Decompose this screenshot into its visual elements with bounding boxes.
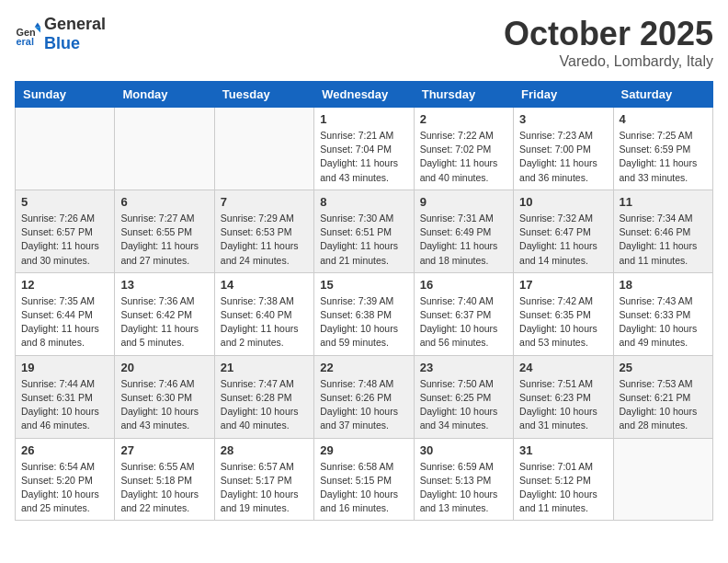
page-header: Gen eral General Blue October 2025 Vared…	[15, 15, 713, 70]
calendar-cell: 6Sunrise: 7:27 AM Sunset: 6:55 PM Daylig…	[115, 190, 214, 272]
weekday-header-tuesday: Tuesday	[214, 82, 313, 108]
calendar-cell: 31Sunrise: 7:01 AM Sunset: 5:12 PM Dayli…	[514, 438, 613, 521]
day-info: Sunrise: 6:57 AM Sunset: 5:17 PM Dayligh…	[221, 460, 308, 516]
weekday-header-row: SundayMondayTuesdayWednesdayThursdayFrid…	[16, 82, 713, 108]
day-info: Sunrise: 7:44 AM Sunset: 6:31 PM Dayligh…	[21, 377, 108, 433]
day-info: Sunrise: 6:54 AM Sunset: 5:20 PM Dayligh…	[21, 460, 108, 516]
day-number: 8	[320, 195, 407, 209]
day-number: 24	[519, 361, 607, 374]
day-number: 2	[420, 112, 507, 126]
day-number: 12	[21, 278, 108, 292]
day-number: 14	[221, 278, 308, 292]
calendar-cell: 2Sunrise: 7:22 AM Sunset: 7:02 PM Daylig…	[414, 108, 513, 190]
logo-icon: Gen eral	[15, 21, 40, 47]
day-number: 16	[420, 278, 507, 292]
day-number: 1	[320, 112, 407, 126]
month-title: October 2025	[504, 15, 713, 53]
day-info: Sunrise: 6:59 AM Sunset: 5:13 PM Dayligh…	[420, 460, 507, 516]
day-number: 31	[519, 443, 607, 457]
calendar-cell: 17Sunrise: 7:42 AM Sunset: 6:35 PM Dayli…	[514, 272, 613, 355]
weekday-header-sunday: Sunday	[16, 82, 115, 108]
calendar-cell: 1Sunrise: 7:21 AM Sunset: 7:04 PM Daylig…	[314, 108, 414, 190]
calendar-cell	[214, 108, 313, 190]
day-info: Sunrise: 7:48 AM Sunset: 6:26 PM Dayligh…	[320, 377, 407, 433]
logo: Gen eral General Blue	[15, 15, 106, 53]
day-number: 23	[420, 361, 507, 374]
day-info: Sunrise: 7:36 AM Sunset: 6:42 PM Dayligh…	[120, 294, 208, 350]
location-title: Varedo, Lombardy, Italy	[504, 53, 713, 70]
day-info: Sunrise: 7:35 AM Sunset: 6:44 PM Dayligh…	[21, 294, 108, 350]
day-number: 27	[120, 443, 208, 457]
weekday-header-thursday: Thursday	[414, 82, 513, 108]
logo-general: General	[44, 15, 106, 33]
calendar-cell: 29Sunrise: 6:58 AM Sunset: 5:15 PM Dayli…	[314, 438, 414, 521]
calendar-cell: 14Sunrise: 7:38 AM Sunset: 6:40 PM Dayli…	[214, 272, 313, 355]
day-info: Sunrise: 7:22 AM Sunset: 7:02 PM Dayligh…	[420, 129, 507, 185]
day-number: 25	[620, 361, 707, 374]
day-info: Sunrise: 7:43 AM Sunset: 6:33 PM Dayligh…	[620, 294, 707, 350]
calendar-week-row: 12Sunrise: 7:35 AM Sunset: 6:44 PM Dayli…	[16, 272, 713, 355]
day-info: Sunrise: 7:42 AM Sunset: 6:35 PM Dayligh…	[519, 294, 607, 350]
logo-text: General Blue	[44, 15, 106, 53]
weekday-header-wednesday: Wednesday	[314, 82, 414, 108]
day-number: 15	[320, 278, 407, 292]
calendar-cell: 26Sunrise: 6:54 AM Sunset: 5:20 PM Dayli…	[16, 438, 115, 521]
svg-text:eral: eral	[17, 36, 34, 47]
day-number: 19	[21, 361, 108, 374]
calendar-cell: 16Sunrise: 7:40 AM Sunset: 6:37 PM Dayli…	[414, 272, 513, 355]
calendar-table: SundayMondayTuesdayWednesdayThursdayFrid…	[15, 81, 713, 521]
day-number: 10	[519, 195, 607, 209]
calendar-cell: 28Sunrise: 6:57 AM Sunset: 5:17 PM Dayli…	[214, 438, 313, 521]
day-info: Sunrise: 7:27 AM Sunset: 6:55 PM Dayligh…	[120, 212, 208, 268]
day-number: 22	[320, 361, 407, 374]
calendar-cell: 30Sunrise: 6:59 AM Sunset: 5:13 PM Dayli…	[414, 438, 513, 521]
calendar-cell: 13Sunrise: 7:36 AM Sunset: 6:42 PM Dayli…	[115, 272, 214, 355]
calendar-cell: 20Sunrise: 7:46 AM Sunset: 6:30 PM Dayli…	[115, 355, 214, 438]
day-info: Sunrise: 7:40 AM Sunset: 6:37 PM Dayligh…	[420, 294, 507, 350]
day-info: Sunrise: 7:29 AM Sunset: 6:53 PM Dayligh…	[221, 212, 308, 268]
calendar-cell: 11Sunrise: 7:34 AM Sunset: 6:46 PM Dayli…	[613, 190, 712, 272]
svg-marker-2	[35, 23, 40, 28]
calendar-cell: 10Sunrise: 7:32 AM Sunset: 6:47 PM Dayli…	[514, 190, 613, 272]
day-info: Sunrise: 7:50 AM Sunset: 6:25 PM Dayligh…	[420, 377, 507, 433]
calendar-cell: 21Sunrise: 7:47 AM Sunset: 6:28 PM Dayli…	[214, 355, 313, 438]
calendar-week-row: 5Sunrise: 7:26 AM Sunset: 6:57 PM Daylig…	[16, 190, 713, 272]
day-info: Sunrise: 7:46 AM Sunset: 6:30 PM Dayligh…	[120, 377, 208, 433]
day-number: 26	[21, 443, 108, 457]
day-info: Sunrise: 7:23 AM Sunset: 7:00 PM Dayligh…	[519, 129, 607, 185]
day-info: Sunrise: 7:47 AM Sunset: 6:28 PM Dayligh…	[221, 377, 308, 433]
calendar-cell: 5Sunrise: 7:26 AM Sunset: 6:57 PM Daylig…	[16, 190, 115, 272]
calendar-cell: 27Sunrise: 6:55 AM Sunset: 5:18 PM Dayli…	[115, 438, 214, 521]
calendar-cell: 8Sunrise: 7:30 AM Sunset: 6:51 PM Daylig…	[314, 190, 414, 272]
calendar-cell: 15Sunrise: 7:39 AM Sunset: 6:38 PM Dayli…	[314, 272, 414, 355]
logo-blue: Blue	[44, 34, 80, 52]
day-info: Sunrise: 7:31 AM Sunset: 6:49 PM Dayligh…	[420, 212, 507, 268]
day-number: 3	[519, 112, 607, 126]
day-number: 6	[120, 195, 208, 209]
calendar-week-row: 1Sunrise: 7:21 AM Sunset: 7:04 PM Daylig…	[16, 108, 713, 190]
calendar-cell: 18Sunrise: 7:43 AM Sunset: 6:33 PM Dayli…	[613, 272, 712, 355]
day-number: 29	[320, 443, 407, 457]
calendar-cell	[16, 108, 115, 190]
day-info: Sunrise: 6:55 AM Sunset: 5:18 PM Dayligh…	[120, 460, 208, 516]
calendar-cell: 4Sunrise: 7:25 AM Sunset: 6:59 PM Daylig…	[613, 108, 712, 190]
calendar-week-row: 19Sunrise: 7:44 AM Sunset: 6:31 PM Dayli…	[16, 355, 713, 438]
calendar-cell: 3Sunrise: 7:23 AM Sunset: 7:00 PM Daylig…	[514, 108, 613, 190]
calendar-cell: 19Sunrise: 7:44 AM Sunset: 6:31 PM Dayli…	[16, 355, 115, 438]
title-block: October 2025 Varedo, Lombardy, Italy	[504, 15, 713, 70]
day-info: Sunrise: 7:34 AM Sunset: 6:46 PM Dayligh…	[620, 212, 707, 268]
calendar-cell: 7Sunrise: 7:29 AM Sunset: 6:53 PM Daylig…	[214, 190, 313, 272]
day-number: 11	[620, 195, 707, 209]
weekday-header-friday: Friday	[514, 82, 613, 108]
day-number: 13	[120, 278, 208, 292]
calendar-cell	[115, 108, 214, 190]
calendar-cell: 9Sunrise: 7:31 AM Sunset: 6:49 PM Daylig…	[414, 190, 513, 272]
day-number: 20	[120, 361, 208, 374]
day-info: Sunrise: 7:53 AM Sunset: 6:21 PM Dayligh…	[620, 377, 707, 433]
day-info: Sunrise: 7:38 AM Sunset: 6:40 PM Dayligh…	[221, 294, 308, 350]
day-info: Sunrise: 7:21 AM Sunset: 7:04 PM Dayligh…	[320, 129, 407, 185]
day-number: 28	[221, 443, 308, 457]
calendar-cell: 12Sunrise: 7:35 AM Sunset: 6:44 PM Dayli…	[16, 272, 115, 355]
day-number: 17	[519, 278, 607, 292]
day-info: Sunrise: 7:39 AM Sunset: 6:38 PM Dayligh…	[320, 294, 407, 350]
